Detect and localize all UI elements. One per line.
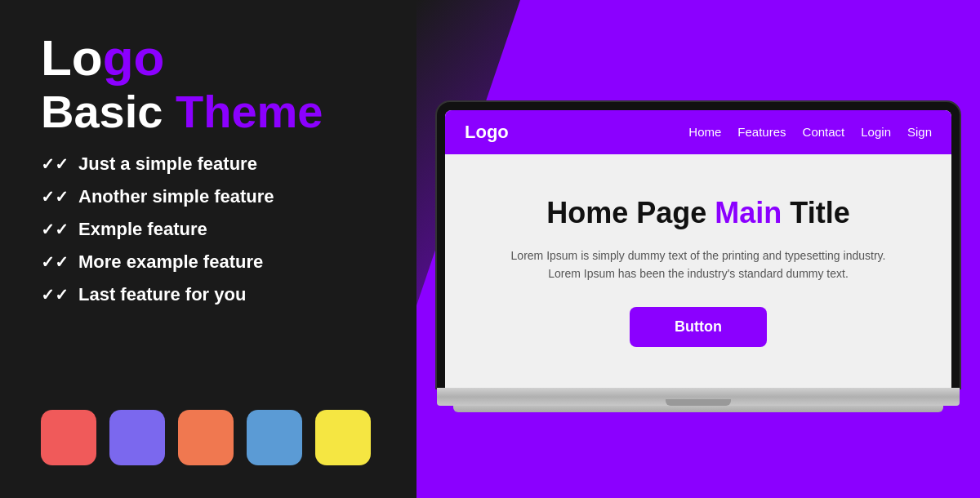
nav-link-features[interactable]: Features (737, 125, 786, 139)
laptop-navbar: Logo Home Features Contact Login Sign (445, 110, 951, 154)
swatch-blue[interactable] (247, 410, 302, 465)
nav-link-signup[interactable]: Sign (907, 125, 932, 139)
tagline-purple: Theme (176, 86, 323, 137)
laptop-hero: Home Page Main Title Lorem Ipsum is simp… (445, 154, 951, 389)
laptop-navbar-logo: Logo (465, 122, 509, 143)
feature-label-4: More example feature (78, 251, 263, 273)
swatch-red[interactable] (41, 410, 96, 465)
laptop-base (437, 388, 960, 406)
nav-link-login[interactable]: Login (861, 125, 891, 139)
laptop-mockup: Logo Home Features Contact Login Sign Ho… (437, 102, 960, 413)
tagline: Basic Theme (41, 87, 376, 137)
check-icon-4: ✓✓ (41, 252, 69, 272)
check-icon-3: ✓✓ (41, 220, 69, 239)
feature-label-5: Last feature for you (78, 284, 246, 305)
laptop-hero-title: Home Page Main Title (478, 195, 919, 230)
logo-white: Lo (41, 29, 103, 86)
logo-purple: go (103, 29, 165, 86)
feature-item-2: ✓✓ Another simple feature (41, 186, 376, 207)
swatch-yellow[interactable] (315, 410, 371, 465)
swatch-purple[interactable] (109, 410, 165, 465)
logo-area: Logo Basic Theme (41, 33, 376, 137)
nav-link-home[interactable]: Home (688, 125, 721, 139)
laptop-hero-button[interactable]: Button (630, 307, 767, 347)
laptop-foot (453, 406, 943, 412)
check-icon-2: ✓✓ (41, 187, 69, 207)
left-panel: Logo Basic Theme ✓✓ Just a simple featur… (0, 0, 416, 498)
logo-heading: Logo (41, 33, 376, 83)
feature-label-1: Just a simple feature (78, 153, 257, 175)
feature-item-4: ✓✓ More example feature (41, 251, 376, 273)
laptop-nav-links: Home Features Contact Login Sign (688, 125, 932, 139)
features-list: ✓✓ Just a simple feature ✓✓ Another simp… (41, 153, 376, 305)
hero-title-purple: Main (715, 196, 782, 229)
hero-title-black2: Title (782, 196, 849, 229)
feature-label-3: Exmple feature (78, 219, 207, 240)
laptop-hero-body: Lorem Ipsum is simply dummy text of the … (478, 247, 919, 283)
right-panel: Logo Home Features Contact Login Sign Ho… (416, 0, 980, 498)
swatch-orange[interactable] (178, 410, 234, 465)
feature-item-5: ✓✓ Last feature for you (41, 284, 376, 305)
color-swatches (41, 410, 376, 465)
hero-title-black1: Home Page (546, 196, 715, 229)
laptop-screen-outer: Logo Home Features Contact Login Sign Ho… (437, 102, 960, 389)
feature-item-3: ✓✓ Exmple feature (41, 219, 376, 240)
check-icon-5: ✓✓ (41, 285, 69, 305)
nav-link-contact[interactable]: Contact (803, 125, 845, 139)
tagline-white: Basic (41, 86, 176, 137)
check-icon-1: ✓✓ (41, 154, 69, 174)
feature-label-2: Another simple feature (78, 186, 274, 207)
feature-item-1: ✓✓ Just a simple feature (41, 153, 376, 175)
laptop-screen-inner: Logo Home Features Contact Login Sign Ho… (445, 110, 951, 389)
